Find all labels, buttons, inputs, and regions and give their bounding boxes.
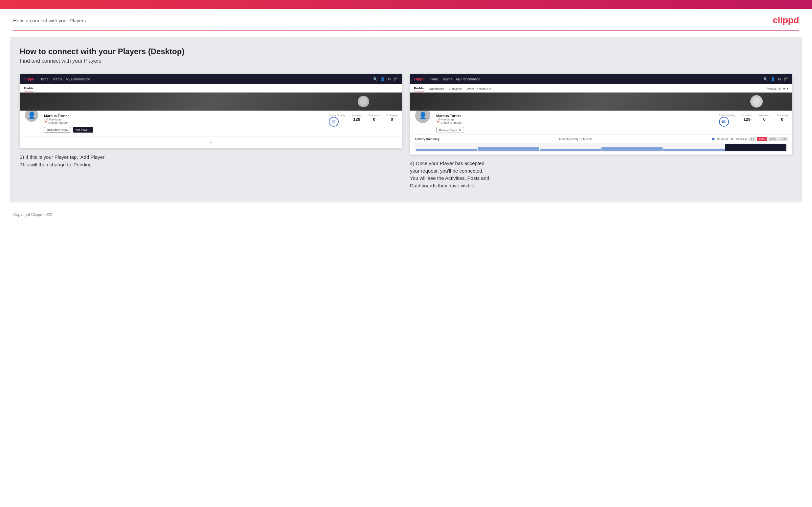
profile-info-2: Marcus Turner 1-5 Handicap 📍 United King… (436, 114, 714, 133)
stat-followers-2: Followers 0 (759, 114, 770, 122)
legend-label-on: On course (717, 137, 728, 140)
user-icon-1[interactable]: 👤 (380, 77, 385, 81)
player-name-1: Marcus Turner (44, 114, 323, 118)
avatar-icon-1: 👤 (28, 111, 36, 119)
stat-activities-2: Activities 129 (742, 114, 752, 122)
tab-whattoon-2[interactable]: What To Work On (467, 87, 492, 92)
activity-section-2: Activity Summary Monthly Activity · 6 Mo… (410, 134, 792, 155)
chart-bar-6 (725, 144, 786, 151)
app-nav-icons-2: 🔍 👤 ⚙ 🏴 (763, 77, 789, 81)
app-buttons-1: Request to Follow Add Player + (44, 127, 323, 132)
remove-player-button[interactable]: Remove Player ✕ (436, 127, 464, 133)
stat-quality-2: Player Quality 92 (719, 114, 735, 127)
following-value-2: 0 (776, 117, 788, 122)
app-banner-2 (410, 93, 792, 111)
main-title: How to connect with your Players (Deskto… (20, 47, 792, 56)
settings-icon-1[interactable]: ⚙ (388, 77, 391, 81)
main-content: How to connect with your Players (Deskto… (10, 37, 802, 203)
tab-dashboard-2[interactable]: Dashboard (429, 87, 444, 92)
location-icon-1: 📍 (44, 121, 48, 124)
followers-value-1: 0 (368, 117, 380, 122)
search-icon-1[interactable]: 🔍 (373, 77, 378, 81)
chart-bar-4 (601, 147, 663, 151)
app-banner-1 (20, 93, 402, 111)
nav-home-1[interactable]: Home (39, 77, 48, 81)
stat-following-1: Following 0 (386, 114, 398, 122)
time-btn-1yr[interactable]: 1 yr (749, 137, 757, 141)
followers-label-1: Followers (368, 114, 380, 117)
time-btn-3mths[interactable]: 3 mths (768, 137, 778, 141)
app-mockup-1: clippd Home Teams My Performance 🔍 👤 ⚙ 🏴 (20, 74, 402, 148)
header-divider (13, 30, 799, 31)
footer: Copyright Clippd 2022 (0, 209, 812, 220)
app-subnav-2: Profile Dashboard Activities What To Wor… (410, 84, 792, 93)
follow-button-1[interactable]: Request to Follow (44, 127, 71, 132)
app-mockup-2: clippd Home Teams My Performance 🔍 👤 ⚙ 🏴 (410, 74, 792, 155)
scissors-icon-1: ✂ (209, 139, 213, 146)
mockup-bottom-1: ✂ (20, 136, 402, 148)
location-icon-2: 📍 (436, 121, 440, 124)
app-nav-2: clippd Home Teams My Performance 🔍 👤 ⚙ 🏴 (410, 74, 792, 84)
tab-activities-2[interactable]: Activities (449, 87, 461, 92)
flag-icon-1[interactable]: 🏴 (394, 77, 398, 81)
settings-icon-2[interactable]: ⚙ (778, 77, 781, 81)
app-nav-1: clippd Home Teams My Performance 🔍 👤 ⚙ 🏴 (20, 74, 402, 84)
app-nav-logo-1: clippd (23, 77, 34, 81)
nav-home-2[interactable]: Home (429, 77, 439, 81)
chart-bar-3 (540, 149, 601, 151)
followers-value-2: 0 (759, 117, 770, 122)
user-label-2[interactable]: Marcus Turner ▾ (767, 87, 789, 92)
tab-profile-2[interactable]: Profile (414, 86, 424, 92)
tab-profile-1[interactable]: Profile (23, 86, 34, 92)
quality-label-2: Player Quality (719, 114, 735, 117)
quality-circle-2: 92 (719, 117, 729, 127)
app-nav-icons-1: 🔍 👤 ⚙ 🏴 (373, 77, 398, 81)
activities-label-1: Activities (351, 114, 362, 117)
screenshot-col-1: clippd Home Teams My Performance 🔍 👤 ⚙ 🏴 (20, 74, 402, 189)
nav-myperformance-1[interactable]: My Performance (66, 77, 90, 81)
app-subnav-1: Profile (20, 84, 402, 93)
stat-activities-1: Activities 129 (351, 114, 362, 122)
following-label-2: Following (776, 114, 788, 117)
main-subtitle: Find and connect with your Players (20, 58, 792, 64)
footer-text: Copyright Clippd 2022 (13, 212, 52, 217)
desc-text-2: 4) Once your Player has accepted your re… (410, 160, 792, 189)
user-icon-2[interactable]: 👤 (771, 77, 775, 81)
desc-line-2a: 4) Once your Player has accepted (410, 160, 792, 167)
add-player-button-1[interactable]: Add Player + (73, 127, 93, 132)
following-value-1: 0 (386, 117, 398, 122)
screenshot-col-2: clippd Home Teams My Performance 🔍 👤 ⚙ 🏴 (410, 74, 792, 189)
stat-quality-1: Player Quality 92 (329, 114, 345, 127)
activity-legend-2: On course Off course (712, 137, 747, 140)
remove-player-label: Remove Player (439, 129, 457, 131)
clippd-logo: clippd (773, 15, 799, 25)
avatar-icon-2: 👤 (419, 112, 427, 119)
chart-bar-2 (477, 147, 539, 151)
profile-info-1: Marcus Turner 1-5 Handicap 📍 United King… (44, 114, 323, 132)
quality-circle-1: 92 (329, 117, 339, 127)
legend-label-off: Off course (736, 137, 747, 140)
desc-line-2b: your request, you'll be connected. (410, 167, 792, 175)
nav-teams-1[interactable]: Teams (52, 77, 62, 81)
activity-controls-2: On course Off course 1 yr 6 mths 3 mths … (712, 137, 788, 141)
player-name-2: Marcus Turner (436, 114, 714, 118)
player-location-1: 📍 United Kingdom (44, 121, 323, 124)
nav-myperformance-2[interactable]: My Performance (456, 77, 480, 81)
app-stats-1: Player Quality 92 Activities 129 Followe… (329, 114, 398, 127)
time-btn-6mths[interactable]: 6 mths (757, 137, 767, 141)
flag-icon-2[interactable]: 🏴 (784, 77, 789, 81)
nav-teams-2[interactable]: Teams (443, 77, 452, 81)
legend-dot-on (712, 138, 714, 140)
player-location-2: 📍 United Kingdom (436, 121, 714, 124)
activity-period-2: Monthly Activity · 6 Months (559, 137, 593, 141)
search-icon-2[interactable]: 🔍 (763, 77, 768, 81)
app-profile-section-1: 👤 Marcus Turner 1-5 Handicap 📍 United Ki… (20, 111, 402, 136)
time-buttons-2: 1 yr 6 mths 3 mths 1 mth (749, 137, 788, 141)
app-nav-logo-2: clippd (414, 77, 424, 81)
time-btn-1mth[interactable]: 1 mth (778, 137, 788, 141)
player-handicap-2: 1-5 Handicap (436, 118, 714, 121)
desc-line-2c: You will see the Activities, Posts and (410, 175, 792, 182)
following-label-1: Following (386, 114, 398, 117)
activities-label-2: Activities (742, 114, 752, 117)
desc-line-1b: This will then change to 'Pending'. (20, 161, 402, 169)
